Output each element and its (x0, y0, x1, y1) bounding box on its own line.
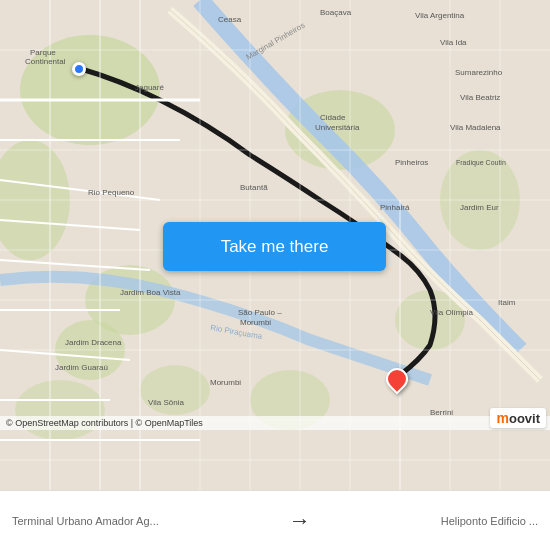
svg-text:Vila Olímpia: Vila Olímpia (430, 308, 474, 317)
bottom-bar: Terminal Urbano Amador Ag... → Heliponto… (0, 490, 550, 550)
svg-text:Vila Argentina: Vila Argentina (415, 11, 465, 20)
moovit-m: m (496, 410, 508, 426)
attribution-text: © OpenStreetMap contributors | © OpenMap… (6, 418, 203, 428)
svg-text:Cidade: Cidade (320, 113, 346, 122)
svg-text:Sumarezinho: Sumarezinho (455, 68, 503, 77)
svg-text:Jaguaré: Jaguaré (135, 83, 164, 92)
svg-text:Vila Madalena: Vila Madalena (450, 123, 501, 132)
destination-label: Heliponto Edificio ... (441, 515, 538, 527)
svg-text:Jardim Eur: Jardim Eur (460, 203, 499, 212)
svg-text:Jardim Boa Vista: Jardim Boa Vista (120, 288, 181, 297)
svg-point-6 (15, 380, 105, 440)
map-container: Parque Continental Jaguaré Ceasa Boaçava… (0, 0, 550, 490)
svg-text:Pinheiros: Pinheiros (395, 158, 428, 167)
svg-text:Pinhairá: Pinhairá (380, 203, 410, 212)
attribution-bar: © OpenStreetMap contributors | © OpenMap… (0, 416, 550, 430)
arrow-container: → (159, 508, 441, 534)
origin-info: Terminal Urbano Amador Ag... (12, 515, 159, 527)
svg-text:Universitária: Universitária (315, 123, 360, 132)
app: Parque Continental Jaguaré Ceasa Boaçava… (0, 0, 550, 550)
svg-text:Itaim: Itaim (498, 298, 516, 307)
svg-text:São Paulo –: São Paulo – (238, 308, 282, 317)
svg-text:Vila Beatriz: Vila Beatriz (460, 93, 500, 102)
svg-text:Butantã: Butantã (240, 183, 268, 192)
svg-text:Boaçava: Boaçava (320, 8, 352, 17)
take-me-there-label: Take me there (221, 237, 329, 257)
svg-text:Morumbi: Morumbi (240, 318, 271, 327)
svg-text:Vila Sônia: Vila Sônia (148, 398, 184, 407)
origin-label: Terminal Urbano Amador Ag... (12, 515, 159, 527)
svg-text:Fradique Coutin: Fradique Coutin (456, 159, 506, 167)
svg-text:Parque: Parque (30, 48, 56, 57)
origin-marker (72, 62, 86, 76)
svg-text:Rio Pequeno: Rio Pequeno (88, 188, 135, 197)
svg-text:Vila Ida: Vila Ida (440, 38, 467, 47)
moovit-logo: m oovit (490, 408, 546, 428)
svg-text:Continental: Continental (25, 57, 66, 66)
take-me-there-button[interactable]: Take me there (163, 222, 386, 271)
destination-info: Heliponto Edificio ... (441, 515, 538, 527)
direction-arrow-icon: → (289, 508, 311, 534)
destination-marker (386, 368, 408, 396)
svg-text:Ceasa: Ceasa (218, 15, 242, 24)
moovit-text: oovit (509, 411, 540, 426)
svg-text:Jardim Dracena: Jardim Dracena (65, 338, 122, 347)
svg-text:Morumbi: Morumbi (210, 378, 241, 387)
svg-text:Jardim Guaraú: Jardim Guaraú (55, 363, 108, 372)
